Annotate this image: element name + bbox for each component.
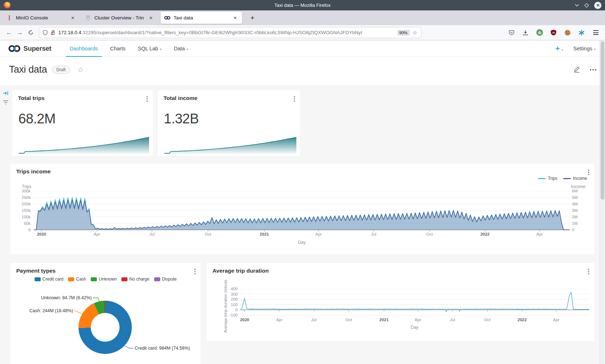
filter-funnel-icon[interactable] — [3, 100, 9, 106]
window-maximize-icon[interactable] — [584, 3, 589, 8]
superset-favicon — [164, 15, 170, 21]
tab-label: Cluster Overview - Trino — [94, 15, 144, 21]
nav-item-data[interactable]: Data▾ — [168, 41, 194, 57]
window-title: Taxi data — Mozilla Firefox — [0, 0, 605, 10]
tab-minio-console[interactable]: MinIO Console ✕ — [3, 12, 80, 24]
url-path: :32295/superset/dashboard/1/?native_filt… — [81, 30, 362, 35]
legend-item[interactable]: No charge — [121, 277, 149, 282]
zoom-level-badge[interactable]: 90% — [397, 30, 410, 36]
nav-item-dashboards[interactable]: Dashboards — [64, 41, 104, 57]
status-badge: Draft — [52, 66, 70, 74]
card-title: Average trip duration — [212, 268, 269, 274]
forward-icon[interactable]: → — [14, 27, 25, 38]
nav-item-charts[interactable]: Charts — [104, 41, 132, 57]
superset-navbar: Superset Dashboards Charts SQL Lab▾ Data… — [0, 41, 605, 57]
chart-legend: Credit cardCashUnknownNo chargeDispute — [10, 277, 201, 282]
kpi-card-total-trips: Total trips 68.2M — [12, 90, 153, 156]
y-axis-ticks: -1000100200300400 — [227, 289, 238, 315]
menu-hamburger-icon[interactable] — [592, 29, 600, 36]
nav-item-sql-lab[interactable]: SQL Lab▾ — [131, 41, 167, 57]
legend-item[interactable]: Unknown — [91, 277, 117, 282]
chevron-down-icon: ▾ — [160, 47, 162, 51]
expand-filter-bar-icon[interactable] — [3, 91, 9, 97]
legend-item[interactable]: Dispute — [154, 277, 177, 282]
legend-item[interactable]: Trips — [538, 176, 557, 181]
brand-name: Superset — [23, 45, 51, 53]
tab-bar: MinIO Console ✕ Cluster Overview - Trino… — [0, 10, 605, 25]
tracking-shield-icon[interactable] — [43, 30, 48, 35]
insecure-lock-icon[interactable] — [50, 30, 55, 35]
donut-callout-cash: Cash: 244M (18.48%) — [18, 308, 73, 313]
window-minimize-icon[interactable] — [575, 4, 579, 6]
donut-callout-unknown: Unknown: 84.7M (6.42%) — [32, 295, 92, 300]
scrollbar-thumb[interactable] — [601, 41, 604, 200]
tab-label: MinIO Console — [16, 15, 66, 21]
dashboard-header: Taxi data Draft ☆ — [0, 57, 605, 85]
url-host: 172.18.0.4 — [58, 30, 81, 35]
reload-icon[interactable] — [25, 27, 36, 38]
kpi-value: 68.2M — [18, 111, 55, 127]
bookmark-star-icon[interactable]: ☆ — [413, 29, 417, 36]
tab-trino[interactable]: Cluster Overview - Trino ✕ — [81, 12, 158, 24]
card-kebab-icon[interactable] — [587, 267, 591, 276]
kpi-value: 1.32B — [164, 111, 199, 127]
x-axis-title: Day — [411, 325, 418, 330]
downloads-icon[interactable] — [521, 29, 529, 37]
minio-favicon — [6, 15, 13, 21]
card-title: Payment types — [16, 268, 55, 274]
tab-close-icon[interactable]: ✕ — [232, 15, 238, 21]
tab-taxi-data[interactable]: Taxi data ✕ — [161, 12, 242, 24]
left-axis-ticks: 050k100k150k200k250k300k — [10, 164, 31, 254]
avg-duration-plot[interactable] — [240, 289, 589, 318]
trino-favicon — [85, 15, 91, 21]
legend-item[interactable]: Credit card — [35, 277, 64, 282]
languagetool-asterisk-icon[interactable] — [578, 29, 586, 37]
right-axis-ticks: 01M2M3M4M5M6M — [571, 164, 593, 254]
superset-logo[interactable]: Superset — [8, 45, 51, 53]
tab-close-icon[interactable]: ✕ — [148, 15, 154, 21]
page-scrollbar[interactable] — [600, 40, 605, 364]
card-kebab-icon[interactable] — [292, 95, 297, 103]
donut-callout-credit-card: Credit card: 984M (74.56%) — [135, 346, 190, 351]
settings-menu[interactable]: Settings▾ — [573, 45, 596, 52]
extension-green-icon[interactable] — [535, 29, 543, 37]
back-icon[interactable]: ← — [4, 27, 14, 38]
card-title: Total trips — [18, 95, 45, 101]
card-kebab-icon[interactable] — [193, 267, 197, 276]
window-close-icon[interactable] — [594, 2, 601, 9]
x-axis-title: Day — [298, 240, 305, 245]
svg-text:U0: U0 — [552, 32, 555, 34]
page-title: Taxi data — [9, 64, 47, 75]
pocket-icon[interactable] — [507, 29, 515, 37]
cookie-icon[interactable] — [564, 29, 572, 37]
screen: Taxi data — Mozilla Firefox MinIO Consol… — [0, 0, 605, 364]
sparkline-chart — [164, 136, 296, 155]
card-kebab-icon[interactable] — [145, 95, 149, 103]
spark-svg-1 — [164, 136, 296, 155]
chart-card-payment-types: Payment types Credit cardCashUnknownNo c… — [10, 263, 201, 364]
card-title: Total income — [163, 95, 197, 101]
donut-hole — [91, 313, 120, 342]
dashboard-more-icon[interactable] — [590, 69, 596, 70]
legend-item[interactable]: Cash — [68, 277, 86, 282]
favorite-star-icon[interactable]: ☆ — [77, 65, 84, 74]
sparkline-chart — [19, 136, 149, 155]
ublock-icon[interactable]: U0 — [550, 29, 557, 37]
url-text: 172.18.0.4:32295/superset/dashboard/1/?n… — [58, 30, 394, 35]
chevron-down-icon: ▾ — [187, 47, 188, 51]
x-axis-ticks: 2020AprJulOct2021AprJulOct2022Apr — [34, 232, 570, 238]
chart-card-trips-income: Trips income TripsIncome Trips Income 05… — [10, 164, 594, 254]
chart-card-avg-trip-duration: Average trip duration Average trinp dura… — [207, 263, 594, 341]
spark-svg-0 — [19, 136, 149, 155]
chevron-down-icon: ▾ — [562, 48, 564, 52]
kpi-card-total-income: Total income 1.32B — [158, 90, 300, 156]
add-new-button[interactable]: +▾ — [555, 45, 563, 53]
new-tab-button[interactable]: + — [248, 13, 257, 23]
tab-label: Taxi data — [174, 15, 228, 21]
chevron-down-icon: ▾ — [594, 47, 596, 51]
edit-dashboard-icon[interactable] — [573, 65, 581, 74]
trips-income-plot[interactable] — [34, 191, 570, 233]
url-bar[interactable]: 172.18.0.4:32295/superset/dashboard/1/?n… — [39, 27, 421, 38]
browser-toolbar: ← → 172.18.0.4:32295/superset/dashboard/… — [0, 25, 605, 40]
tab-close-icon[interactable]: ✕ — [70, 15, 76, 21]
